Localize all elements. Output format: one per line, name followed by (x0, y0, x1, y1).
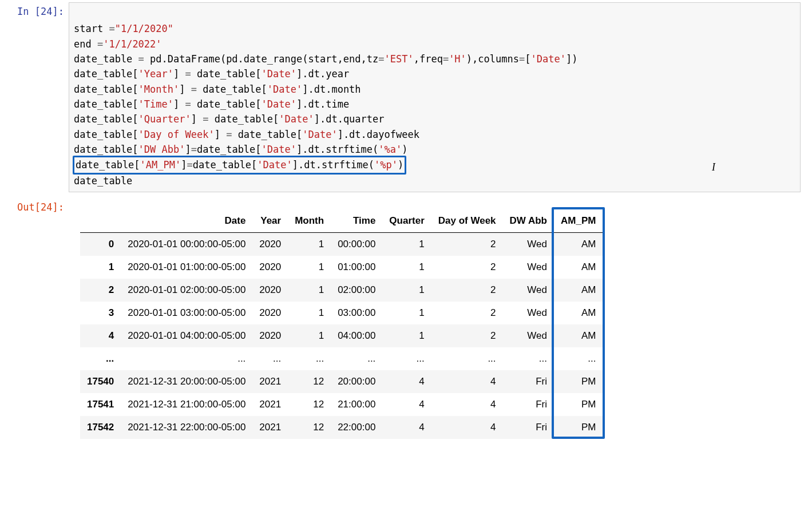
table-row: 02020-01-01 00:00:00-05:002020100:00:001… (80, 233, 603, 256)
cell-quarter: 4 (382, 393, 431, 416)
col-header-time: Time (331, 209, 382, 233)
col-header-month: Month (288, 209, 331, 233)
highlight-box-code: date_table['AM_PM']=date_table['Date'].d… (73, 156, 406, 174)
col-header-quarter: Quarter (382, 209, 431, 233)
col-header-dwabb: DW Abb (503, 209, 554, 233)
table-row: 175402021-12-31 20:00:00-05:0020211220:0… (80, 370, 603, 393)
cell-time: 01:00:00 (331, 256, 382, 279)
col-header-year: Year (252, 209, 288, 233)
code-line: date_table['Year'] = date_table['Date'].… (74, 68, 349, 80)
cell-quarter: 1 (382, 279, 431, 302)
cell-date: 2020-01-01 03:00:00-05:00 (121, 302, 252, 324)
cell-quarter: 4 (382, 370, 431, 393)
code-block[interactable]: start ="1/1/2020" end ='1/1/2022' date_t… (74, 6, 795, 188)
cell-year: 2021 (252, 393, 288, 416)
cell-date: 2021-12-31 22:00:00-05:00 (121, 416, 252, 439)
output-area: Date Year Month Time Quarter Day of Week… (69, 198, 812, 441)
table-row: 32020-01-01 03:00:00-05:002020103:00:001… (80, 302, 603, 324)
col-header-date: Date (121, 209, 252, 233)
cell-month: 1 (288, 279, 331, 302)
cell-dayofweek: 2 (431, 256, 503, 279)
cell-month: 12 (288, 370, 331, 393)
cell-date: 2020-01-01 01:00:00-05:00 (121, 256, 252, 279)
code-input-area[interactable]: start ="1/1/2020" end ='1/1/2022' date_t… (69, 2, 801, 192)
cell-month: 1 (288, 302, 331, 324)
cell-time: 22:00:00 (331, 416, 382, 439)
table-row: 42020-01-01 04:00:00-05:002020104:00:001… (80, 324, 603, 347)
cell-date: 2021-12-31 21:00:00-05:00 (121, 393, 252, 416)
code-line: date_table (74, 175, 132, 187)
cell-ampm: PM (554, 370, 603, 393)
code-line: date_table['DW Abb']=date_table['Date'].… (74, 144, 408, 155)
code-line: end ='1/1/2022' (74, 38, 162, 50)
cell-year: 2021 (252, 416, 288, 439)
code-line: date_table['Month'] = date_table['Date']… (74, 84, 361, 95)
row-index: 17541 (80, 393, 121, 416)
cell-date: 2020-01-01 02:00:00-05:00 (121, 279, 252, 302)
cell-time: 21:00:00 (331, 393, 382, 416)
cell-dwabb: Fri (503, 393, 554, 416)
cell-ampm: AM (554, 324, 603, 347)
cell-date: ... (121, 347, 252, 370)
cell-quarter: 1 (382, 302, 431, 324)
cell-dwabb: Fri (503, 416, 554, 439)
cell-dwabb: Wed (503, 302, 554, 324)
cell-date: 2020-01-01 00:00:00-05:00 (121, 233, 252, 256)
cell-month: 12 (288, 416, 331, 439)
cell-ampm: AM (554, 302, 603, 324)
cell-year: 2020 (252, 256, 288, 279)
row-index: 1 (80, 256, 121, 279)
cell-year: 2020 (252, 302, 288, 324)
row-index: 2 (80, 279, 121, 302)
table-row: 22020-01-01 02:00:00-05:002020102:00:001… (80, 279, 603, 302)
cell-dwabb: Wed (503, 279, 554, 302)
cell-dayofweek: 2 (431, 324, 503, 347)
cell-dayofweek: ... (431, 347, 503, 370)
dataframe-table: Date Year Month Time Quarter Day of Week… (80, 209, 603, 439)
cell-time: 00:00:00 (331, 233, 382, 256)
cell-time: 03:00:00 (331, 302, 382, 324)
cell-month: 1 (288, 256, 331, 279)
cell-ampm: PM (554, 416, 603, 439)
cell-quarter: 4 (382, 416, 431, 439)
col-header-index (80, 209, 121, 233)
cell-date: 2020-01-01 04:00:00-05:00 (121, 324, 252, 347)
cell-quarter: ... (382, 347, 431, 370)
row-index: ... (80, 347, 121, 370)
cell-quarter: 1 (382, 233, 431, 256)
cell-dwabb: Wed (503, 324, 554, 347)
cell-month: 1 (288, 324, 331, 347)
code-line: date_table = pd.DataFrame(pd.date_range(… (74, 53, 577, 65)
cell-month: 12 (288, 393, 331, 416)
notebook: In [24]: start ="1/1/2020" end ='1/1/202… (0, 0, 812, 441)
cell-dwabb: Wed (503, 256, 554, 279)
cell-year: 2020 (252, 233, 288, 256)
row-index: 17542 (80, 416, 121, 439)
cell-time: 04:00:00 (331, 324, 382, 347)
code-line-highlighted: date_table['AM_PM']=date_table['Date'].d… (74, 159, 405, 171)
col-header-ampm: AM_PM (554, 209, 603, 233)
output-cell: Out[24]: Date Year Month Time Quarter Da… (0, 198, 812, 441)
cell-dayofweek: 2 (431, 233, 503, 256)
row-index: 4 (80, 324, 121, 347)
cell-year: 2021 (252, 370, 288, 393)
col-header-dayofweek: Day of Week (431, 209, 503, 233)
cell-ampm: ... (554, 347, 603, 370)
cell-time: 02:00:00 (331, 279, 382, 302)
cell-dayofweek: 4 (431, 416, 503, 439)
row-index: 17540 (80, 370, 121, 393)
cell-time: ... (331, 347, 382, 370)
output-prompt: Out[24]: (0, 198, 69, 213)
cell-dayofweek: 4 (431, 393, 503, 416)
cell-year: 2020 (252, 279, 288, 302)
table-row: ........................... (80, 347, 603, 370)
code-line: date_table['Time'] = date_table['Date'].… (74, 98, 349, 110)
cell-ampm: AM (554, 256, 603, 279)
cell-dwabb: Fri (503, 370, 554, 393)
cell-time: 20:00:00 (331, 370, 382, 393)
row-index: 3 (80, 302, 121, 324)
table-row: 12020-01-01 01:00:00-05:002020101:00:001… (80, 256, 603, 279)
input-prompt: In [24]: (0, 2, 69, 17)
cell-month: ... (288, 347, 331, 370)
cell-dwabb: ... (503, 347, 554, 370)
